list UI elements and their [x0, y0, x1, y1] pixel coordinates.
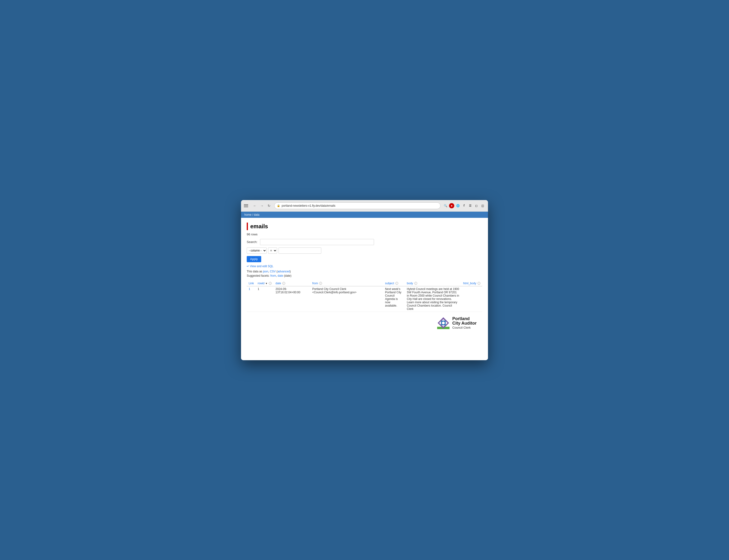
data-table: Link rowid ▼ i date i from i subject i	[247, 281, 482, 312]
cell-body: Hybrid Council meetings are held at 1900…	[405, 286, 461, 312]
col-html-body: html_body i	[461, 281, 482, 286]
sidebar-toggle-icon[interactable]	[244, 203, 249, 209]
ext-icon-5[interactable]: ☰	[468, 203, 473, 208]
facet-date[interactable]: date	[277, 274, 283, 277]
filter-row: - column - =	[247, 247, 482, 254]
page-title-container: emails	[247, 223, 482, 230]
title-accent-bar	[247, 223, 248, 230]
ext-icon-1[interactable]: 🔍	[443, 203, 448, 208]
svg-point-4	[442, 322, 445, 324]
filter-column-select[interactable]: - column -	[247, 247, 267, 254]
breadcrumb-bar: home / data	[241, 212, 488, 218]
ext-icon-6[interactable]: ◻	[474, 203, 479, 208]
ext-icon-2[interactable]: ●	[449, 203, 454, 208]
logo-org-name: Portland City Auditor	[452, 317, 477, 326]
col-date: date i	[273, 281, 310, 286]
apply-button[interactable]: Apply	[247, 256, 261, 262]
col-from: from i	[310, 281, 383, 286]
subject-info-icon[interactable]: i	[396, 282, 398, 285]
ext-icon-4[interactable]: f	[462, 203, 467, 208]
rowid-info-icon[interactable]: i	[269, 282, 272, 285]
main-content: emails 96 rows Search: - column - = Appl…	[241, 218, 488, 360]
search-row: Search:	[247, 239, 482, 245]
col-rowid: rowid ▼ i	[256, 281, 273, 286]
suggested-facets: Suggested facets: from, date (date)	[247, 274, 482, 277]
col-body: body i	[405, 281, 461, 286]
sort-icon[interactable]: ▼	[265, 282, 267, 285]
cell-subject: Next week's Portland City Council Agenda…	[383, 286, 405, 312]
filter-value-input[interactable]	[278, 247, 321, 254]
table-row: 1 1 2024-09-13T16:02:04+00:00 Portland C…	[247, 286, 482, 312]
breadcrumb: home / data	[244, 213, 259, 216]
suggested-facets-prefix: Suggested facets:	[247, 274, 270, 277]
row-link[interactable]: 1	[249, 287, 250, 291]
row-count: 96 rows	[247, 233, 482, 236]
url-text: portland-newsletters-v1.fly.dev/data/ema…	[281, 204, 335, 207]
facet-from[interactable]: from	[270, 274, 276, 277]
browser-controls: ← → ↻	[252, 203, 272, 209]
table-header: Link rowid ▼ i date i from i subject i	[247, 281, 482, 286]
data-formats-prefix: This data as	[247, 270, 263, 273]
col-subject: subject i	[383, 281, 405, 286]
logo-sub-title: Council Clerk	[452, 326, 477, 329]
table-body: 1 1 2024-09-13T16:02:04+00:00 Portland C…	[247, 286, 482, 312]
html-body-info-icon[interactable]: i	[478, 282, 480, 285]
search-input[interactable]	[260, 239, 374, 245]
json-link[interactable]: json	[263, 270, 268, 273]
browser-extensions: 🔍 ● 🌐 f ☰ ◻ ◫	[443, 203, 485, 208]
search-label: Search:	[247, 240, 258, 244]
browser-window: ← → ↻ 🔒 portland-newsletters-v1.fly.dev/…	[241, 200, 488, 360]
date-info-icon[interactable]: i	[282, 282, 285, 285]
from-info-icon[interactable]: i	[319, 282, 322, 285]
lock-icon: 🔒	[277, 204, 280, 207]
split-view-icon[interactable]: ◫	[480, 203, 485, 208]
ext-icon-3[interactable]: 🌐	[455, 203, 461, 208]
cell-from: Portland City Council Clerk <Council.Cle…	[310, 286, 383, 312]
page-title: emails	[250, 223, 268, 230]
logo-svg	[437, 317, 450, 329]
address-bar[interactable]: 🔒 portland-newsletters-v1.fly.dev/data/e…	[274, 202, 441, 209]
filter-op-select[interactable]: =	[268, 247, 277, 254]
cell-html-body	[461, 286, 482, 312]
back-button[interactable]: ←	[252, 203, 258, 209]
cell-rowid: 1	[256, 286, 273, 312]
cell-date: 2024-09-13T16:02:04+00:00	[273, 286, 310, 312]
browser-toolbar: ← → ↻ 🔒 portland-newsletters-v1.fly.dev/…	[241, 200, 488, 212]
col-link: Link	[247, 281, 256, 286]
advanced-link[interactable]: advanced	[277, 270, 290, 273]
reload-button[interactable]: ↻	[266, 203, 272, 209]
body-info-icon[interactable]: i	[415, 282, 417, 285]
view-sql-link: ↵ View and edit SQL	[247, 265, 482, 268]
breadcrumb-data[interactable]: data	[254, 213, 259, 216]
table-header-row: Link rowid ▼ i date i from i subject i	[247, 281, 482, 286]
csv-link[interactable]: CSV	[270, 270, 276, 273]
facet-date-type: (date)	[284, 274, 291, 277]
data-formats: This data as json, CSV (advanced)	[247, 270, 482, 273]
forward-button[interactable]: →	[259, 203, 265, 209]
logo-text: Portland City Auditor Council Clerk	[452, 317, 477, 330]
cell-link: 1	[247, 286, 256, 312]
footer-logo: Portland City Auditor Council Clerk	[247, 312, 482, 334]
view-sql-anchor[interactable]: ↵ View and edit SQL	[247, 265, 273, 268]
breadcrumb-home[interactable]: home	[244, 213, 251, 216]
